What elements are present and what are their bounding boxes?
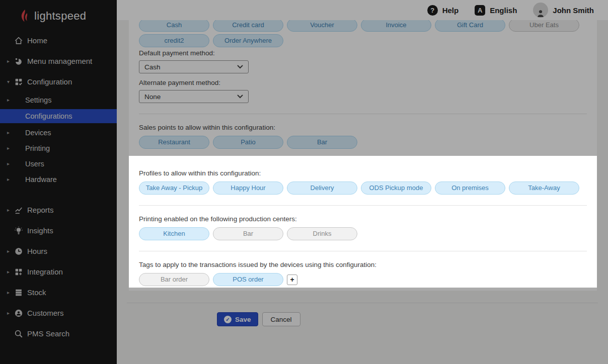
sidebar-item-customers[interactable]: ▸Customers xyxy=(0,303,117,323)
customers-icon xyxy=(14,309,27,318)
option-pill-pos-order[interactable]: POS order xyxy=(213,273,283,286)
sidebar-item-home[interactable]: Home xyxy=(0,30,117,51)
help-label: Help xyxy=(442,6,459,15)
sidebar-item-menu-management[interactable]: ▸Menu management xyxy=(0,51,117,71)
chevron-right-icon[interactable]: ▸ xyxy=(7,248,14,254)
option-pill-gift-card[interactable]: Gift Card xyxy=(435,20,505,32)
option-pill-uber-eats[interactable]: Uber Eats xyxy=(509,20,579,32)
default-payment-select[interactable]: Cash xyxy=(139,60,249,73)
sidebar-item-integration[interactable]: ▸Integration xyxy=(0,261,117,282)
chevron-right-icon[interactable]: ▸ xyxy=(7,269,14,275)
cancel-button[interactable]: Cancel xyxy=(262,312,300,326)
form-actions: ✓ Save Cancel xyxy=(217,312,300,326)
sidebar-item-label: Customers xyxy=(27,309,64,317)
sidebar-item-label: Printing xyxy=(25,144,50,152)
sidebar-item-devices[interactable]: ▸Devices xyxy=(0,125,117,140)
option-pill-credit2[interactable]: credit2 xyxy=(139,34,209,47)
sidebar-item-label: Configurations xyxy=(25,112,72,120)
check-circle-icon: ✓ xyxy=(224,316,232,323)
option-pill-voucher[interactable]: Voucher xyxy=(287,20,357,32)
default-payment-value: Cash xyxy=(144,63,161,71)
section-divider xyxy=(139,251,587,251)
sidebar-item-label: Users xyxy=(25,160,44,168)
chevron-right-icon[interactable]: ▸ xyxy=(7,145,14,151)
configuration-icon xyxy=(14,77,27,86)
option-pill-restaurant[interactable]: Restaurant xyxy=(139,136,209,149)
sales-points-label: Sales points to allow within this config… xyxy=(139,124,587,132)
sidebar-item-configuration[interactable]: ▾Configuration xyxy=(0,71,117,92)
save-button[interactable]: ✓ Save xyxy=(217,312,258,326)
sidebar-item-pms-search[interactable]: PMS Search xyxy=(0,323,117,344)
sidebar-item-label: Reports xyxy=(27,206,54,214)
avatar xyxy=(533,3,548,18)
insights-icon xyxy=(14,226,27,235)
sidebar-item-users[interactable]: ▸Users xyxy=(0,156,117,171)
option-pill-order-anywhere[interactable]: Order Anywhere xyxy=(213,34,283,47)
sidebar-item-configurations[interactable]: Configurations xyxy=(0,109,117,123)
option-pill-take-away[interactable]: Take-Away xyxy=(509,181,579,195)
option-pill-bar[interactable]: Bar xyxy=(287,136,357,149)
sidebar-item-label: Configuration xyxy=(27,77,72,86)
sidebar-item-insights[interactable]: Insights xyxy=(0,220,117,241)
stock-icon xyxy=(14,288,27,297)
payment-method-options: CashCredit cardVoucherInvoiceGift CardUb… xyxy=(139,20,587,47)
add-tag-button[interactable]: + xyxy=(287,275,297,285)
sidebar-item-label: Devices xyxy=(25,129,51,137)
option-pill-happy-hour[interactable]: Happy Hour xyxy=(213,181,283,195)
alternate-payment-select[interactable]: None xyxy=(139,90,249,103)
actions-divider xyxy=(127,303,598,303)
configuration-form-card: CashCredit cardVoucherInvoiceGift CardUb… xyxy=(129,20,597,291)
option-pill-delivery[interactable]: Delivery xyxy=(287,181,357,195)
tag-options: Bar orderPOS order xyxy=(139,273,283,286)
option-pill-patio[interactable]: Patio xyxy=(213,136,283,149)
help-icon: ? xyxy=(427,5,438,16)
sidebar-item-label: Home xyxy=(27,36,47,45)
alternate-payment-label: Alternate payment method: xyxy=(139,79,587,87)
chevron-right-icon[interactable]: ▸ xyxy=(7,161,14,166)
sidebar-item-printing[interactable]: ▸Printing xyxy=(0,140,117,156)
printing-label: Printing enabled on the following produc… xyxy=(139,215,587,223)
user-menu[interactable]: John Smith xyxy=(533,3,594,18)
language-label: English xyxy=(490,6,517,15)
user-name: John Smith xyxy=(553,6,594,15)
chevron-right-icon[interactable]: ▸ xyxy=(7,130,14,135)
chevron-right-icon[interactable]: ▸ xyxy=(7,207,14,213)
sidebar: lightspeed Home▸Menu management▾Configur… xyxy=(0,0,117,364)
brand-logo[interactable]: lightspeed xyxy=(0,0,117,26)
chevron-right-icon[interactable]: ▸ xyxy=(7,310,14,316)
production-center-options: KitchenBarDrinks xyxy=(139,227,587,240)
alternate-payment-value: None xyxy=(144,93,161,101)
chevron-down-icon[interactable]: ▾ xyxy=(7,79,14,84)
sidebar-item-reports[interactable]: ▸Reports xyxy=(0,200,117,220)
chevron-right-icon[interactable]: ▸ xyxy=(7,176,14,182)
language-button[interactable]: A English xyxy=(475,5,517,16)
option-pill-bar[interactable]: Bar xyxy=(213,227,283,240)
option-pill-kitchen[interactable]: Kitchen xyxy=(139,227,209,240)
option-pill-take-away-pickup[interactable]: Take Away - Pickup xyxy=(139,181,209,195)
chevron-right-icon[interactable]: ▸ xyxy=(7,97,14,103)
option-pill-bar-order[interactable]: Bar order xyxy=(139,273,209,286)
option-pill-cash[interactable]: Cash xyxy=(139,20,209,32)
sidebar-item-hardware[interactable]: ▸Hardware xyxy=(0,171,117,187)
sidebar-item-settings[interactable]: ▸Settings xyxy=(0,92,117,108)
brand-name: lightspeed xyxy=(34,10,86,23)
language-icon: A xyxy=(475,5,485,16)
chevron-right-icon[interactable]: ▸ xyxy=(7,58,14,64)
default-payment-label: Default payment method: xyxy=(139,49,587,57)
sidebar-item-label: Stock xyxy=(27,288,46,297)
help-button[interactable]: ? Help xyxy=(427,5,459,16)
lightspeed-flame-icon xyxy=(18,9,30,23)
option-pill-ods-pickup-mode[interactable]: ODS Pickup mode xyxy=(361,181,431,195)
reports-icon xyxy=(14,206,27,215)
pms-search-icon xyxy=(14,329,27,338)
sidebar-item-hours[interactable]: ▸Hours xyxy=(0,241,117,261)
profile-options: Take Away - PickupHappy HourDeliveryODS … xyxy=(139,181,587,195)
save-label: Save xyxy=(235,316,251,323)
option-pill-invoice[interactable]: Invoice xyxy=(361,20,431,32)
sidebar-item-stock[interactable]: ▸Stock xyxy=(0,282,117,303)
option-pill-credit-card[interactable]: Credit card xyxy=(213,20,283,32)
option-pill-drinks[interactable]: Drinks xyxy=(287,227,357,240)
chevron-right-icon[interactable]: ▸ xyxy=(7,290,14,295)
content-area: CashCredit cardVoucherInvoiceGift CardUb… xyxy=(117,20,608,364)
option-pill-on-premises[interactable]: On premises xyxy=(435,181,505,195)
